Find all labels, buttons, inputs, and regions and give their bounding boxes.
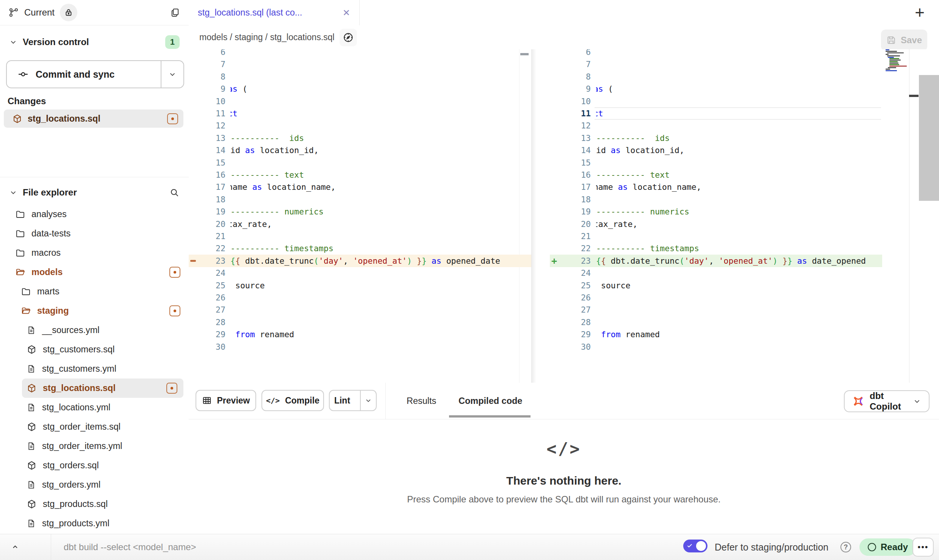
lineage-button[interactable]	[340, 29, 357, 46]
commit-and-sync-button[interactable]: Commit and sync	[6, 60, 184, 88]
dbt-copilot-button[interactable]: dbt Copilot	[844, 390, 930, 412]
tree-file-stg-orders-sql[interactable]: stg_orders.sql	[0, 456, 186, 475]
code-line-right-26[interactable]: 26	[532, 291, 939, 304]
code-line-right-21[interactable]: 21	[532, 230, 939, 242]
chevron-down-icon[interactable]	[9, 188, 17, 197]
tree-file--sources-yml[interactable]: __sources.yml	[0, 321, 186, 340]
code-line-right-9[interactable]: 9as (	[532, 83, 939, 95]
tree-file-stg-products-sql[interactable]: stg_products.sql	[0, 494, 186, 514]
code-line-left-8[interactable]: 8	[189, 70, 531, 83]
tree-folder-models[interactable]: models	[0, 263, 186, 282]
tree-folder-data-tests[interactable]: data-tests	[0, 224, 186, 243]
code-line-right-14[interactable]: 14id as location_id,	[532, 144, 939, 156]
commit-options-dropdown[interactable]	[161, 61, 183, 88]
code-line-right-13[interactable]: 13---------- ids	[532, 132, 939, 144]
code-line-left-18[interactable]: 18	[189, 193, 531, 206]
diff-pane-original[interactable]: 6789as (1011ct1213---------- ids14id as …	[189, 49, 532, 383]
lint-button[interactable]: Lint	[329, 390, 377, 411]
code-line-right-16[interactable]: 16---------- text	[532, 169, 939, 181]
changed-file-row[interactable]: stg_locations.sql	[4, 109, 183, 128]
code-line-left-21[interactable]: 21	[189, 230, 531, 242]
code-line-left-16[interactable]: 16---------- text	[189, 169, 531, 181]
code-line-right-18[interactable]: 18	[532, 193, 939, 206]
code-line-left-23[interactable]: 23{{ dbt.date_trunc('day', 'opened_at') …	[189, 255, 531, 267]
save-button[interactable]: Save	[881, 30, 927, 51]
tab-compiled-code[interactable]: Compiled code	[459, 383, 522, 419]
tree-file-stg-locations-yml[interactable]: stg_locations.yml	[0, 398, 186, 417]
code-line-right-29[interactable]: 29 from renamed	[532, 328, 939, 341]
code-line-left-13[interactable]: 13---------- ids	[189, 132, 531, 144]
code-line-left-25[interactable]: 25 source	[189, 279, 531, 292]
tree-file-stg-order-items-yml[interactable]: stg_order_items.yml	[0, 436, 186, 456]
code-line-right-23[interactable]: +23{{ dbt.date_trunc('day', 'opened_at')…	[532, 255, 939, 267]
tree-file-stg-products-yml[interactable]: stg_products.yml	[0, 514, 186, 533]
tree-folder-staging[interactable]: staging	[0, 301, 186, 321]
code-line-left-11[interactable]: 11ct	[189, 107, 531, 120]
search-icon[interactable]	[169, 188, 180, 198]
branch-name[interactable]: Current	[24, 7, 55, 18]
tab-results[interactable]: Results	[407, 383, 436, 419]
code-line-left-6[interactable]: 6	[189, 49, 531, 58]
code-line-right-10[interactable]: 10	[532, 95, 939, 108]
tree-folder-macros[interactable]: macros	[0, 243, 186, 263]
line-number: 8	[532, 70, 591, 83]
code-line-right-17[interactable]: 17name as location_name,	[532, 181, 939, 193]
new-tab-button[interactable]: +	[910, 3, 929, 22]
code-line-left-22[interactable]: 22---------- timestamps	[189, 242, 531, 255]
code-line-left-7[interactable]: 7	[189, 58, 531, 70]
preview-button[interactable]: Preview	[196, 390, 256, 411]
code-line-left-10[interactable]: 10	[189, 95, 531, 108]
code-line-left-14[interactable]: 14id as location_id,	[189, 144, 531, 156]
diff-pane-modified[interactable]: 6789as (1011ct1213---------- ids14id as …	[532, 49, 939, 383]
compile-button[interactable]: </> Compile	[261, 390, 324, 411]
tree-file-stg-customers-sql[interactable]: stg_customers.sql	[0, 340, 186, 359]
code-line-left-27[interactable]: 27	[189, 303, 531, 316]
code-line-right-15[interactable]: 15	[532, 156, 939, 169]
code-line-left-12[interactable]: 12	[189, 119, 531, 132]
code-line-right-28[interactable]: 28	[532, 316, 939, 328]
code-line-right-20[interactable]: 20tax_rate,	[532, 218, 939, 230]
status-badge[interactable]: Ready	[859, 538, 916, 556]
code-line-right-8[interactable]: 8	[532, 70, 939, 83]
tree-folder-marts[interactable]: marts	[0, 282, 186, 301]
close-icon[interactable]: ✕	[336, 8, 350, 18]
code-line-left-30[interactable]: 30	[189, 341, 531, 353]
chevron-down-icon[interactable]	[9, 38, 17, 46]
tree-folder-analyses[interactable]: analyses	[0, 205, 186, 224]
modified-badge	[169, 267, 180, 278]
code-line-right-12[interactable]: 12	[532, 119, 939, 132]
tree-file-stg-locations-sql[interactable]: stg_locations.sql	[22, 379, 183, 398]
diff-editor[interactable]: 6789as (1011ct1213---------- ids14id as …	[189, 49, 939, 383]
code-line-right-7[interactable]: 7	[532, 58, 939, 70]
code-line-right-25[interactable]: 25 source	[532, 279, 939, 292]
code-line-left-26[interactable]: 26	[189, 291, 531, 304]
command-input[interactable]	[63, 538, 557, 556]
copy-icon[interactable]	[170, 7, 180, 18]
code-line-right-22[interactable]: 22---------- timestamps	[532, 242, 939, 255]
tree-file-stg-orders-yml[interactable]: stg_orders.yml	[0, 475, 186, 494]
code-line-right-30[interactable]: 30	[532, 341, 939, 353]
more-options-button[interactable]: •••	[912, 538, 934, 557]
code-line-left-29[interactable]: 29 from renamed	[189, 328, 531, 341]
code-line-right-24[interactable]: 24	[532, 267, 939, 279]
code-line-left-20[interactable]: 20tax_rate,	[189, 218, 531, 230]
chevron-up-icon[interactable]	[7, 540, 23, 555]
lint-options-dropdown[interactable]	[360, 391, 376, 410]
defer-toggle[interactable]	[683, 540, 707, 552]
code-line-right-6[interactable]: 6	[532, 49, 939, 58]
tree-file-stg-order-items-sql[interactable]: stg_order_items.sql	[0, 417, 186, 436]
code-line-left-24[interactable]: 24	[189, 267, 531, 279]
tree-file-stg-customers-yml[interactable]: stg_customers.yml	[0, 359, 186, 379]
tab-stg-locations-sql[interactable]: stg_locations.sql (last co... ✕	[189, 0, 360, 25]
line-number: 16	[532, 169, 591, 181]
line-number: 27	[532, 303, 591, 316]
code-line-right-27[interactable]: 27	[532, 303, 939, 316]
code-line-right-19[interactable]: 19---------- numerics	[532, 205, 939, 218]
code-line-left-17[interactable]: 17name as location_name,	[189, 181, 531, 193]
code-line-left-28[interactable]: 28	[189, 316, 531, 328]
code-line-left-9[interactable]: 9as (	[189, 83, 531, 95]
help-icon[interactable]: ?	[840, 542, 851, 552]
code-line-right-11[interactable]: 11ct	[532, 107, 939, 120]
code-line-left-15[interactable]: 15	[189, 156, 531, 169]
code-line-left-19[interactable]: 19---------- numerics	[189, 205, 531, 218]
